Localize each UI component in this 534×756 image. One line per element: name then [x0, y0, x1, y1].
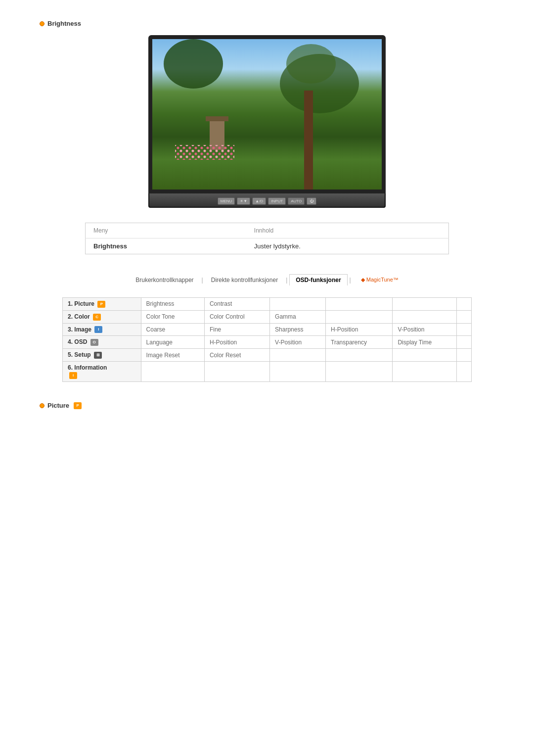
setup-text: 5. Setup: [68, 351, 92, 358]
empty-cell-10: [270, 349, 326, 362]
setup-badge: ⊞: [94, 352, 102, 359]
menu-content-table: Meny Innhold Brightness Juster lydstyrke…: [85, 223, 449, 254]
empty-cell-12: [393, 349, 456, 362]
color-tone-cell[interactable]: Color Tone: [141, 310, 204, 323]
monitor-bezel: MENU ☀▼ ▲/D INPUT AUTO ⏻: [148, 193, 386, 208]
transparency-cell[interactable]: Transparency: [326, 336, 393, 349]
table-row: 4. OSD O Language H-Position V-Position …: [63, 336, 472, 349]
empty-cell-8: [456, 323, 471, 336]
row-information-label: 6. Information i: [63, 362, 141, 382]
row-setup-label: 5. Setup ⊞: [63, 349, 141, 362]
row-image-label: 3. Image I: [63, 323, 141, 336]
empty-cell-7: [456, 310, 471, 323]
h-position-cell[interactable]: H-Position: [326, 323, 393, 336]
menu-header-row: Meny Innhold: [86, 223, 449, 238]
circle-icon: [40, 21, 44, 26]
menu-data-row: Brightness Juster lydstyrke.: [86, 238, 449, 254]
flowers: [175, 145, 234, 160]
info-empty-2: [204, 362, 269, 382]
osd-badge: O: [90, 339, 98, 346]
display-time-cell[interactable]: Display Time: [393, 336, 456, 349]
gamma-cell[interactable]: Gamma: [270, 310, 326, 323]
picture-icon-badge: P: [74, 402, 82, 409]
innhold-header: Innhold: [246, 223, 449, 238]
tab-brukerkontroll[interactable]: Brukerkontrollknapper: [130, 275, 199, 285]
brightness-button[interactable]: ☀▼: [237, 197, 250, 205]
picture-circle-icon: [40, 403, 44, 408]
info-empty-1: [141, 362, 204, 382]
power-button[interactable]: ⏻: [307, 197, 316, 205]
monitor: MENU ☀▼ ▲/D INPUT AUTO ⏻: [148, 35, 386, 208]
empty-cell-9: [456, 336, 471, 349]
monitor-screen: [148, 35, 386, 193]
osd-text: 4. OSD: [68, 338, 89, 345]
image-reset-cell[interactable]: Image Reset: [141, 349, 204, 362]
color-text: 2. Color: [68, 313, 91, 320]
table-row: 3. Image I Coarse Fine Sharpness H-Posit…: [63, 323, 472, 336]
contrast-cell[interactable]: Contrast: [204, 298, 269, 311]
separator-1: |: [202, 277, 203, 284]
information-text: 6. Information: [68, 364, 107, 371]
tab-magictune[interactable]: ◆ MagicTune™: [355, 275, 404, 285]
meny-header: Meny: [86, 223, 246, 238]
input-button[interactable]: INPUT: [268, 197, 286, 205]
foliage-left: [164, 39, 223, 89]
h-pos-osd-cell[interactable]: H-Position: [204, 336, 269, 349]
empty-cell-13: [456, 349, 471, 362]
separator-2: |: [286, 277, 287, 284]
table-row: 2. Color C Color Tone Color Control Gamm…: [63, 310, 472, 323]
information-badge: i: [69, 372, 77, 379]
brightness-heading: Brightness: [40, 20, 494, 27]
empty-cell-2: [326, 298, 393, 311]
info-empty-4: [326, 362, 393, 382]
row-osd-label: 4. OSD O: [63, 336, 141, 349]
brightness-cell[interactable]: Brightness: [141, 298, 204, 311]
nav-tabs: Brukerkontrollknapper | Direkte kontroll…: [40, 274, 494, 285]
menu-button[interactable]: MENU: [218, 197, 235, 205]
row-color-label: 2. Color C: [63, 310, 141, 323]
color-reset-cell[interactable]: Color Reset: [204, 349, 269, 362]
menu-row-label: Brightness: [86, 238, 246, 254]
v-position-cell[interactable]: V-Position: [393, 323, 456, 336]
info-empty-6: [456, 362, 471, 382]
tab-direkte[interactable]: Direkte kontrollfunksjoner: [205, 275, 284, 285]
empty-cell-1: [270, 298, 326, 311]
color-control-cell[interactable]: Color Control: [204, 310, 269, 323]
table-row: 1. Picture P Brightness Contrast: [63, 298, 472, 311]
language-cell[interactable]: Language: [141, 336, 204, 349]
foliage-center: [286, 44, 336, 84]
info-empty-3: [270, 362, 326, 382]
garden-scene: [152, 39, 382, 189]
color-badge: C: [93, 314, 101, 321]
tab-osd[interactable]: OSD-funksjoner: [289, 274, 347, 285]
empty-cell-3: [393, 298, 456, 311]
osd-table: 1. Picture P Brightness Contrast 2. Colo…: [62, 297, 472, 382]
picture-heading: Picture P: [40, 402, 494, 409]
table-row: 6. Information i: [63, 362, 472, 382]
monitor-container: MENU ☀▼ ▲/D INPUT AUTO ⏻: [40, 35, 494, 208]
volume-button[interactable]: ▲/D: [252, 197, 266, 205]
image-text: 3. Image: [68, 326, 93, 333]
menu-row-content: Juster lydstyrke.: [246, 238, 449, 254]
empty-cell-5: [326, 310, 393, 323]
v-pos-osd-cell[interactable]: V-Position: [270, 336, 326, 349]
info-empty-5: [393, 362, 456, 382]
empty-cell-6: [393, 310, 456, 323]
tree-trunk: [304, 91, 313, 189]
picture-label: Picture: [47, 402, 69, 409]
picture-text: 1. Picture: [68, 300, 96, 307]
image-badge: I: [94, 326, 102, 333]
fine-cell[interactable]: Fine: [204, 323, 269, 336]
row-picture-label: 1. Picture P: [63, 298, 141, 311]
auto-button[interactable]: AUTO: [288, 197, 305, 205]
separator-3: |: [350, 277, 351, 284]
empty-cell-11: [326, 349, 393, 362]
empty-cell-4: [456, 298, 471, 311]
picture-badge: P: [97, 301, 105, 308]
table-row: 5. Setup ⊞ Image Reset Color Reset: [63, 349, 472, 362]
coarse-cell[interactable]: Coarse: [141, 323, 204, 336]
sharpness-cell[interactable]: Sharpness: [270, 323, 326, 336]
brightness-label: Brightness: [47, 20, 81, 27]
